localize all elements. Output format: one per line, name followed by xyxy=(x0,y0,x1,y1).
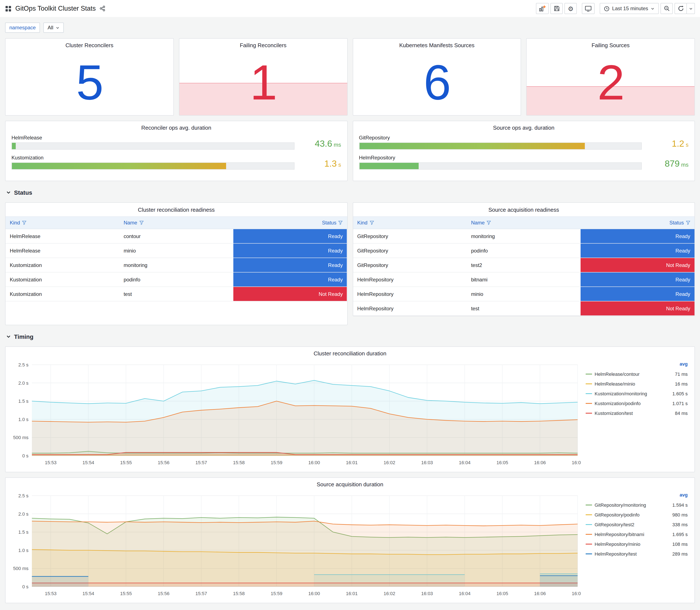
caret-down-icon xyxy=(651,6,654,11)
row-header-timing[interactable]: Timing xyxy=(5,330,695,343)
timeseries-plot[interactable]: 0 s500 ms1.0 s1.5 s2.0 s2.5 s15:5315:541… xyxy=(7,360,581,468)
timeseries-plot[interactable]: 0 s500 ms1.0 s1.5 s2.0 s2.5 s15:5315:541… xyxy=(7,492,581,598)
filter-icon[interactable] xyxy=(370,221,374,225)
table-row: GitRepositorymonitoringReady xyxy=(353,229,695,244)
cell-kind: Kustomization xyxy=(5,287,119,301)
filter-icon[interactable] xyxy=(487,221,491,225)
legend-item[interactable]: HelmRepository/bitnami1.695 s xyxy=(586,529,688,539)
top-nav: GitOps Toolkit Cluster Stats ⚙ Last 15 m… xyxy=(0,0,700,17)
filter-icon[interactable] xyxy=(339,221,343,225)
value-number: 43.6 xyxy=(315,139,332,148)
legend-item[interactable]: GitRepository/monitoring1.594 s xyxy=(586,500,688,510)
column-header-status[interactable]: Status xyxy=(233,217,347,229)
stat-value: 6 xyxy=(353,50,521,115)
column-label: Name xyxy=(124,220,137,226)
refresh-button[interactable] xyxy=(674,3,687,14)
series-avg-value: 1.605 s xyxy=(672,391,688,396)
series-avg-value: 1.594 s xyxy=(672,502,688,507)
series-name: Kustomization/podinfo xyxy=(595,401,670,406)
legend-item[interactable]: Kustomization/podinfo1.071 s xyxy=(586,398,688,408)
series-area xyxy=(32,583,577,587)
cell-kind: Kustomization xyxy=(5,272,119,287)
panel-title[interactable]: Kubernetes Manifests Sources xyxy=(353,39,521,51)
variable-value-dropdown[interactable]: All xyxy=(43,22,64,33)
column-header-name[interactable]: Name xyxy=(119,217,233,229)
series-name: HelmRepository/minio xyxy=(595,541,670,546)
table-body: GitRepositorymonitoringReadyGitRepositor… xyxy=(353,229,695,316)
legend-item[interactable]: HelmRepository/minio108 ms xyxy=(586,539,688,549)
chart-legend: avgGitRepository/monitoring1.594 sGitRep… xyxy=(583,492,692,600)
legend-item[interactable]: HelmRelease/minio16 ms xyxy=(586,379,688,388)
series-color-swatch xyxy=(586,413,592,413)
svg-text:500 ms: 500 ms xyxy=(13,435,29,440)
legend-item[interactable]: GitRepository/test2338 ms xyxy=(586,519,688,529)
series-avg-value: 338 ms xyxy=(672,522,688,527)
cell-name: minio xyxy=(467,287,581,301)
zoom-out-button[interactable] xyxy=(661,3,673,14)
table-row: HelmReleasecontourReady xyxy=(5,229,347,244)
panel-title[interactable]: Cluster Reconcilers xyxy=(5,39,174,51)
panel-title[interactable]: Failing Sources xyxy=(527,39,695,51)
column-label: Kind xyxy=(10,220,20,226)
table-row: GitRepositorypodinfoReady xyxy=(353,244,695,258)
bar-gauge-fill xyxy=(12,163,226,169)
table-row: KustomizationpodinfoReady xyxy=(5,272,347,287)
legend-item[interactable]: HelmRelease/contour71 ms xyxy=(586,369,688,379)
column-label: Kind xyxy=(357,220,368,226)
cycle-view-button[interactable] xyxy=(582,3,595,14)
apps-grid-icon[interactable] xyxy=(5,5,12,12)
column-header-status[interactable]: Status xyxy=(581,217,695,229)
variable-name-chip: namespace xyxy=(5,22,40,33)
stat-value: 5 xyxy=(5,50,174,115)
status-badge: Ready xyxy=(233,244,347,258)
series-color-swatch xyxy=(586,553,592,554)
time-range-picker[interactable]: Last 15 minutes xyxy=(600,3,659,14)
gauge-row: Reconciler ops avg. duration HelmRelease… xyxy=(5,121,695,181)
filter-icon[interactable] xyxy=(686,221,690,225)
series-color-swatch xyxy=(586,504,592,505)
add-panel-button[interactable] xyxy=(536,3,549,14)
row-header-status[interactable]: Status xyxy=(5,186,695,199)
legend-item[interactable]: HelmRepository/test289 ms xyxy=(586,549,688,559)
panel-cluster-reconciliation-duration: Cluster reconciliation duration 0 s500 m… xyxy=(5,347,695,472)
column-header-kind[interactable]: Kind xyxy=(5,217,119,229)
chart-plot-area[interactable]: 0 s500 ms1.0 s1.5 s2.0 s2.5 s15:5315:541… xyxy=(7,360,581,469)
dashboard-settings-button[interactable]: ⚙ xyxy=(565,3,577,14)
filter-icon[interactable] xyxy=(140,221,144,225)
legend-item[interactable]: GitRepository/podinfo980 ms xyxy=(586,510,688,519)
legend-item[interactable]: Kustomization/test84 ms xyxy=(586,408,688,418)
panel-title[interactable]: Reconciler ops avg. duration xyxy=(5,121,347,134)
series-avg-value: 71 ms xyxy=(675,371,688,376)
save-dashboard-button[interactable] xyxy=(551,3,563,14)
series-avg-value: 1.071 s xyxy=(672,401,688,406)
panel-source-acquisition-readiness: Source acquisition readiness KindNameSta… xyxy=(353,202,695,316)
svg-text:16:01: 16:01 xyxy=(346,460,358,465)
legend-item[interactable]: Kustomization/monitoring1.605 s xyxy=(586,388,688,398)
panel-title[interactable]: Failing Reconcilers xyxy=(179,39,347,51)
kiosk-icon xyxy=(585,5,592,12)
panel-title[interactable]: Source ops avg. duration xyxy=(353,121,695,134)
bar-gauge-row: Kustomization1.3 s xyxy=(12,155,341,170)
panel-title[interactable]: Source acquisition duration xyxy=(5,478,695,491)
toolbar: ⚙ Last 15 minutes xyxy=(535,3,695,14)
section-title: Status xyxy=(14,189,32,196)
series-name: HelmRelease/contour xyxy=(595,371,672,376)
column-label: Name xyxy=(471,220,485,226)
bar-gauge-label: HelmRepository xyxy=(359,155,642,161)
bar-gauge-list: HelmRelease43.6 msKustomization1.3 s xyxy=(12,135,341,170)
panel-title[interactable]: Cluster reconciliation readiness xyxy=(5,203,347,216)
value-unit: s xyxy=(337,162,341,168)
cell-name: podinfo xyxy=(467,244,581,258)
chart-plot-area[interactable]: 0 s500 ms1.0 s1.5 s2.0 s2.5 s15:5315:541… xyxy=(7,492,581,600)
panel-title[interactable]: Cluster reconciliation duration xyxy=(5,347,695,359)
column-header-kind[interactable]: Kind xyxy=(353,217,467,229)
svg-text:16:04: 16:04 xyxy=(459,460,471,465)
svg-text:15:53: 15:53 xyxy=(45,591,56,596)
legend-avg-header: avg xyxy=(586,492,688,500)
panel-title[interactable]: Source acquisition readiness xyxy=(353,203,695,216)
share-icon[interactable] xyxy=(99,5,105,12)
refresh-interval-dropdown[interactable] xyxy=(686,3,695,14)
refresh-icon xyxy=(678,5,684,12)
filter-icon[interactable] xyxy=(22,221,26,225)
column-header-name[interactable]: Name xyxy=(467,217,581,229)
